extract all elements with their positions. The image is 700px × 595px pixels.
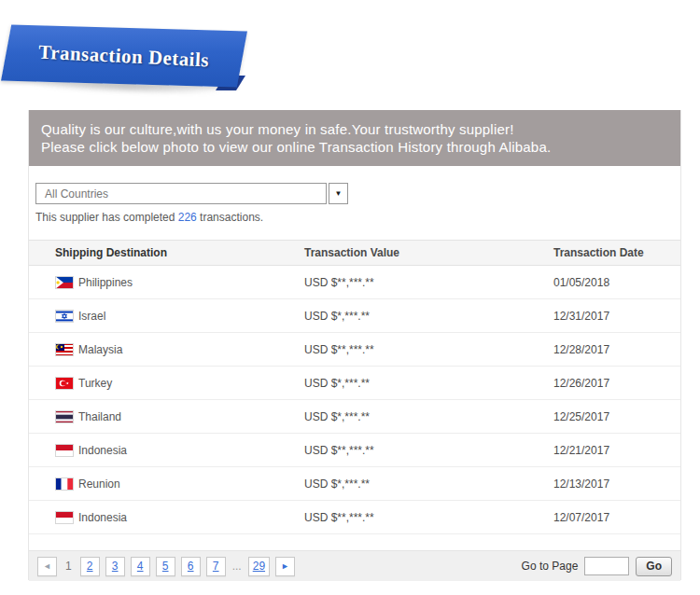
country-filter-dropdown-button[interactable]: ▼ [329,183,348,204]
page-button-3[interactable]: 3 [105,557,125,576]
country-filter-select[interactable]: All Countries [35,183,327,204]
transactions-count: 226 [178,211,197,224]
page-button-7[interactable]: 7 [206,557,226,576]
transaction-value: USD $*,***.** [304,310,553,323]
go-button[interactable]: Go [636,557,672,576]
country-label: Philippines [78,276,133,289]
filter-section: All Countries ▼ This supplier has comple… [29,166,680,224]
transactions-table: Shipping Destination Transaction Value T… [29,240,680,534]
page-button-4[interactable]: 4 [131,557,150,576]
promo-banner: Quality is our culture,with us your mone… [29,110,680,166]
chevron-down-icon: ▼ [335,189,343,198]
israel-flag-icon [55,310,74,323]
table-row: Indonesia USD $**,***.** 12/21/2017 [29,434,680,467]
transaction-value: USD $**,***.** [304,276,553,289]
transaction-details-ribbon: Transaction Details [6,28,243,84]
pagination-bar: ◄1234567...29► Go to Page Go [29,550,680,581]
page: Transaction Details Quality is our cultu… [0,0,700,595]
country-label: Thailand [78,410,121,423]
table-row: Turkey USD $*,***.** 12/26/2017 [29,367,680,400]
header-transaction-date: Transaction Date [553,246,680,259]
header-transaction-value: Transaction Value [304,246,553,259]
goto-page-input[interactable] [584,557,629,575]
table-row: Philippines USD $**,***.** 01/05/2018 [29,266,680,299]
country-filter-value: All Countries [45,187,108,201]
goto-page-label: Go to Page [522,560,579,573]
table-row: Malaysia USD $**,***.** 12/28/2017 [29,333,680,367]
page-button-29[interactable]: 29 [248,557,270,576]
country-label: Malaysia [78,343,122,356]
transaction-date: 12/26/2017 [553,377,680,390]
header-shipping-destination: Shipping Destination [29,246,304,259]
country-label: Reunion [78,477,120,491]
transaction-value: USD $**,***.** [304,444,553,457]
transaction-date: 12/07/2017 [553,511,680,524]
transaction-value: USD $**,***.** [304,343,553,356]
table-row: Indonesia USD $**,***.** 12/07/2017 [29,501,680,534]
transaction-value: USD $*,***.** [304,410,553,423]
page-button-2[interactable]: 2 [80,557,100,576]
turkey-flag-icon [55,377,74,390]
country-label: Israel [78,310,105,323]
goto-page: Go to Page Go [522,557,672,576]
page-title: Transaction Details [38,40,210,72]
summary-prefix: This supplier has completed [35,211,178,224]
current-page-indicator: 1 [63,560,75,573]
transaction-date: 12/25/2017 [553,410,680,423]
transaction-date: 12/28/2017 [553,343,680,356]
table-header-row: Shipping Destination Transaction Value T… [29,240,680,266]
table-row: Israel USD $*,***.** 12/31/2017 [29,299,680,333]
ribbon-face: Transaction Details [1,24,247,87]
country-label: Indonesia [78,444,127,457]
country-label: Indonesia [78,511,127,524]
prev-page-button[interactable]: ◄ [37,557,57,576]
transactions-panel: Quality is our culture,with us your mone… [28,110,681,580]
summary-suffix: transactions. [197,211,263,224]
transaction-value: USD $*,***.** [304,377,553,390]
page-button-6[interactable]: 6 [181,557,201,576]
malaysia-flag-icon [55,343,74,356]
philippines-flag-icon [55,276,74,289]
next-page-button[interactable]: ► [275,557,295,576]
transactions-summary: This supplier has completed 226 transact… [35,211,669,224]
table-row: Thailand USD $*,***.** 12/25/2017 [29,400,680,434]
pagination-ellipsis: ... [231,560,243,573]
table-row: Reunion USD $*,***.** 12/13/2017 [29,467,680,501]
transaction-date: 12/13/2017 [553,477,680,491]
transaction-date: 01/05/2018 [553,276,680,289]
indonesia-flag-icon [55,444,74,457]
promo-line-1: Quality is our culture,with us your mone… [41,120,671,138]
country-label: Turkey [78,377,112,390]
thailand-flag-icon [55,410,74,423]
page-button-5[interactable]: 5 [156,557,175,576]
pager: ◄1234567...29► [37,557,295,576]
promo-line-2: Please click below photo to view our onl… [41,138,671,156]
table-body: Philippines USD $**,***.** 01/05/2018 Is… [29,266,680,534]
indonesia-flag-icon [55,511,74,524]
transaction-date: 12/31/2017 [553,310,680,323]
reunion-flag-icon [55,477,74,491]
transaction-value: USD $*,***.** [304,477,553,491]
transaction-value: USD $**,***.** [304,511,553,524]
transaction-date: 12/21/2017 [553,444,680,457]
